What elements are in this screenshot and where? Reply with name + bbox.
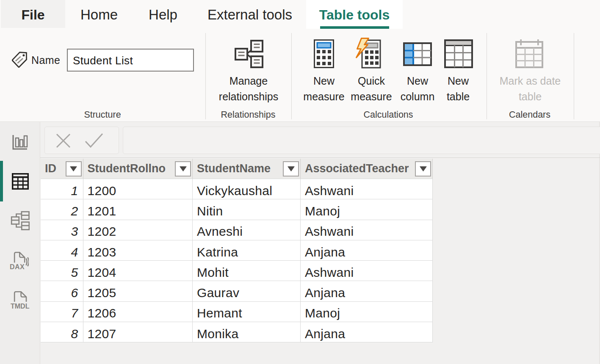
- svg-text:DAX: DAX: [10, 263, 25, 270]
- svg-text:TMDL: TMDL: [11, 303, 30, 310]
